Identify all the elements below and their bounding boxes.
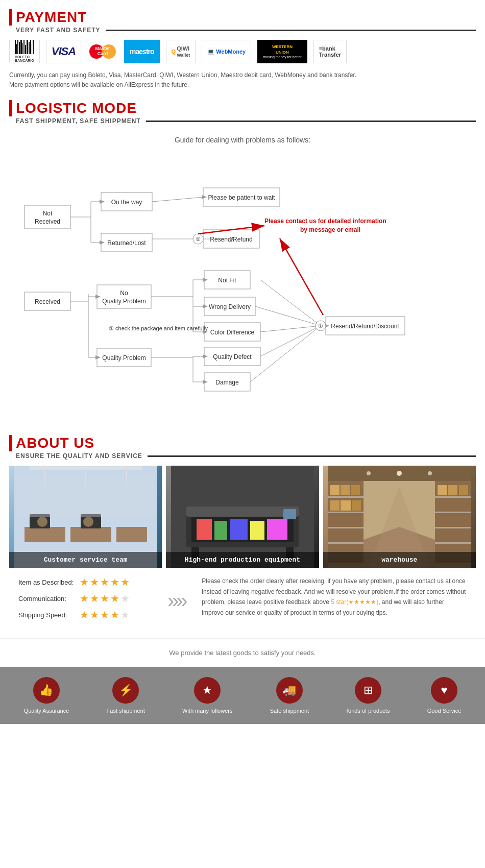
kinds-label: Kinds of products <box>346 708 390 714</box>
footer-kinds: ⊞ Kinds of products <box>346 677 390 714</box>
shipping-icon: ⚡ <box>112 677 139 704</box>
service-icon: ♥ <box>431 677 457 704</box>
safe-icon: 🚚 <box>276 677 303 704</box>
service-label: Good Service <box>427 708 462 714</box>
shipping-label: Fast shippment <box>107 708 145 714</box>
logistic-divider <box>146 120 476 122</box>
svg-rect-84 <box>70 527 111 542</box>
svg-rect-107 <box>328 496 363 498</box>
svg-line-75 <box>280 238 323 315</box>
payment-subtitle: VERY FAST AND SAFETY <box>16 27 101 34</box>
footer-followers: ★ With many followers <box>182 677 232 714</box>
svg-point-126 <box>397 471 402 476</box>
qiwi-text: QIWIWallet <box>177 45 190 58</box>
quality-label: Quality Assurance <box>24 708 69 714</box>
bank-text: ≡bankTransfer <box>319 45 341 58</box>
wu-logo: WESTERNUNION moving money for better <box>257 40 307 63</box>
payment-header: PAYMENT <box>9 9 476 26</box>
svg-rect-13 <box>97 285 151 308</box>
svg-rect-124 <box>459 485 468 495</box>
svg-text:Quality Problem: Quality Problem <box>102 354 146 361</box>
barcode <box>15 41 34 54</box>
svg-rect-97 <box>230 519 248 540</box>
svg-text:①: ① <box>318 323 323 329</box>
flowchart-svg: Not Received On the way Returned/Lost Pl… <box>19 154 479 409</box>
svg-point-89 <box>83 517 93 527</box>
maestro-text: maestro <box>130 47 154 56</box>
svg-rect-122 <box>438 485 447 495</box>
about-title: ABOUT US <box>16 435 94 451</box>
visa-text: VISA <box>52 45 76 58</box>
svg-text:①: ① <box>196 236 201 242</box>
safe-label: Safe shippment <box>270 708 309 714</box>
svg-text:On the way: On the way <box>111 199 142 206</box>
svg-rect-96 <box>214 521 227 540</box>
svg-text:Resend/Refund/Discount: Resend/Refund/Discount <box>331 323 399 330</box>
svg-text:Received: Received <box>35 298 60 305</box>
logistic-title: LOGISTIC MODE <box>16 100 137 116</box>
svg-rect-114 <box>330 500 340 511</box>
logistic-bar <box>9 100 12 116</box>
svg-rect-102 <box>283 509 296 519</box>
warehouse-photo: warehouse <box>323 466 476 568</box>
svg-line-65 <box>260 326 321 332</box>
warehouse-label: warehouse <box>323 552 476 568</box>
footer-quality: 👍 Quality Assurance <box>24 677 69 714</box>
boleto-text: BOLETOBANCÁRIO <box>15 55 34 62</box>
payment-logos: BOLETOBANCÁRIO VISA MasterCard maestro Q… <box>9 40 476 63</box>
office-photo: Customer service team <box>9 466 162 568</box>
arrow-right-icon: »» <box>161 576 191 625</box>
svg-line-66 <box>260 326 321 356</box>
svg-text:Not Fit: Not Fit <box>218 277 236 284</box>
svg-text:Returned/Lost: Returned/Lost <box>107 239 146 247</box>
svg-line-63 <box>260 280 321 326</box>
about-section: ABOUT US ENSURE THE QUALITY AND SERVICE <box>0 430 485 633</box>
svg-line-64 <box>255 306 321 326</box>
about-subtitle: ENSURE THE QUALITY AND SERVICE <box>16 452 142 460</box>
machine-label: High-end production equipment <box>166 552 319 568</box>
payment-desc-line1: Currently, you can pay using Boleto, Vis… <box>9 70 476 80</box>
followers-icon: ★ <box>194 677 221 704</box>
followers-label: With many followers <box>182 708 232 714</box>
svg-point-128 <box>428 471 432 475</box>
svg-text:Please be patient to wait: Please be patient to wait <box>208 194 275 201</box>
payment-description: Currently, you can pay using Boleto, Vis… <box>9 70 476 90</box>
rating-stars-shipping: ★★★★★ <box>80 609 131 621</box>
rating-row-shipping: Shipping Speed: ★★★★★ <box>18 609 151 621</box>
section-bar <box>9 9 12 26</box>
svg-text:Received: Received <box>35 218 60 225</box>
webmoney-logo: 💻 WebMoney <box>202 40 251 63</box>
bank-logo: ≡bankTransfer <box>313 40 347 63</box>
payment-subtitle-line: VERY FAST AND SAFETY <box>9 27 476 34</box>
promise-section: We provide the latest goods to satisfy y… <box>0 638 485 667</box>
svg-rect-95 <box>197 519 212 540</box>
svg-text:Quality Defect: Quality Defect <box>213 353 252 360</box>
svg-rect-90 <box>17 476 155 517</box>
svg-rect-98 <box>250 521 264 540</box>
svg-line-67 <box>250 326 321 382</box>
svg-rect-123 <box>448 485 457 495</box>
svg-text:Not: Not <box>43 210 53 217</box>
mc-text: MasterCard <box>95 46 110 57</box>
rating-row-communication: Communication: ★★★★★ <box>18 592 151 605</box>
about-header: ABOUT US <box>9 435 476 451</box>
ratings-left: Item as Described: ★★★★★ Communication: … <box>18 576 151 625</box>
qiwi-logo: Q QIWIWallet <box>166 40 196 63</box>
quality-icon: 👍 <box>33 677 60 704</box>
rating-label-communication: Communication: <box>18 595 80 602</box>
svg-rect-0 <box>25 205 70 229</box>
svg-text:Quality Problem: Quality Problem <box>102 298 146 305</box>
svg-line-36 <box>152 197 203 202</box>
maestro-logo: maestro <box>124 40 159 63</box>
about-bar <box>9 435 12 451</box>
svg-text:Wrong Delivery: Wrong Delivery <box>209 303 251 310</box>
ratings-section: Item as Described: ★★★★★ Communication: … <box>9 568 476 633</box>
wu-tagline: moving money for better <box>263 55 301 59</box>
logistic-subtitle-line: FAST SHIPPMENT, SAFE SHIPPMENT <box>9 117 476 125</box>
webmoney-text: 💻 WebMoney <box>207 49 246 55</box>
svg-rect-110 <box>328 542 363 544</box>
visa-logo: VISA <box>46 40 81 63</box>
flowchart-container: Guide for dealing with problems as follo… <box>9 131 476 420</box>
promise-text: We provide the latest goods to satisfy y… <box>10 649 475 657</box>
footer-safe: 🚚 Safe shippment <box>270 677 309 714</box>
